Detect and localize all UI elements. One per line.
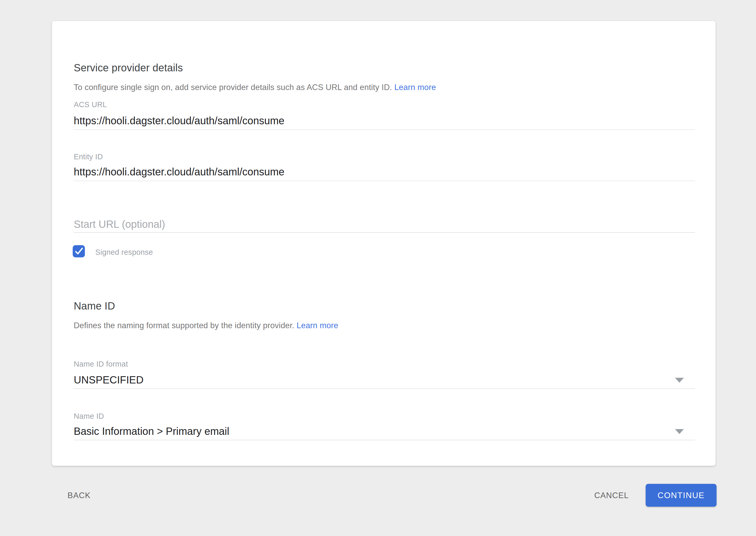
- continue-button[interactable]: CONTINUE: [646, 484, 717, 507]
- chevron-down-icon: [675, 378, 684, 383]
- header-description-text: To configure single sign on, add service…: [74, 83, 392, 92]
- name-id-format-label: Name ID format: [74, 360, 128, 368]
- name-id-select[interactable]: Basic Information > Primary email: [74, 425, 695, 440]
- page-title: Service provider details: [74, 62, 183, 74]
- name-id-description: Defines the naming format supported by t…: [74, 321, 338, 330]
- name-id-format-select[interactable]: UNSPECIFIED: [74, 374, 695, 389]
- start-url-input[interactable]: [74, 219, 695, 233]
- learn-more-link[interactable]: Learn more: [394, 83, 436, 92]
- name-id-description-text: Defines the naming format supported by t…: [74, 321, 294, 330]
- signed-response-checkbox[interactable]: [73, 245, 85, 257]
- header-description: To configure single sign on, add service…: [74, 83, 436, 92]
- chevron-down-icon: [675, 429, 684, 434]
- name-id-learn-more-link[interactable]: Learn more: [297, 321, 339, 330]
- name-id-label: Name ID: [74, 412, 104, 420]
- page-background: Service provider details To configure si…: [0, 0, 756, 536]
- signed-response-label: Signed response: [95, 246, 153, 258]
- service-provider-details-card: Service provider details To configure si…: [52, 21, 716, 466]
- back-button[interactable]: BACK: [65, 487, 93, 504]
- name-id-section-title: Name ID: [74, 300, 115, 312]
- name-id-value: Basic Information > Primary email: [74, 425, 229, 437]
- name-id-format-value: UNSPECIFIED: [74, 374, 144, 386]
- acs-url-input[interactable]: [74, 115, 695, 130]
- cancel-button[interactable]: CANCEL: [592, 487, 631, 504]
- entity-id-label: Entity ID: [74, 152, 103, 161]
- acs-url-label: ACS URL: [74, 100, 107, 109]
- entity-id-input[interactable]: [74, 166, 695, 181]
